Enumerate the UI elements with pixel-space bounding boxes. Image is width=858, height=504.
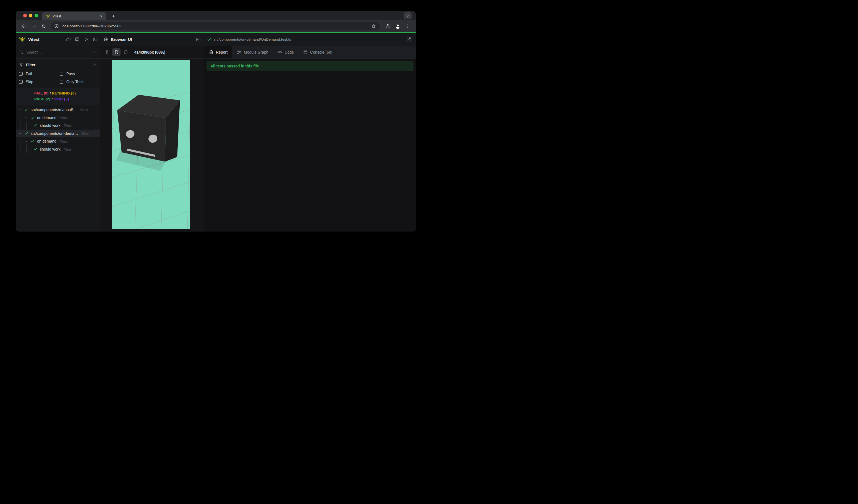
close-window-button[interactable] <box>23 14 27 17</box>
tab-console[interactable]: Console (69) <box>299 46 337 58</box>
tree-guide-line <box>20 121 20 130</box>
module-graph-icon <box>237 50 241 54</box>
filter-checkbox-pass[interactable]: Pass <box>60 71 96 77</box>
back-button[interactable] <box>20 22 28 30</box>
preset-phone-small-button[interactable] <box>103 48 111 56</box>
clipboard-icon <box>209 50 213 54</box>
chevron-down-icon[interactable] <box>25 116 28 119</box>
test-tree-row-selected[interactable]: src/components/on-dema…43ms <box>16 130 100 137</box>
console-icon <box>303 50 308 54</box>
new-tab-button[interactable]: + <box>110 13 117 20</box>
checkbox[interactable] <box>60 72 63 76</box>
code-icon: </> <box>278 50 282 54</box>
forward-button[interactable] <box>30 22 38 30</box>
report-panel: src/components/on-demand/OnDemand.test.t… <box>204 33 416 231</box>
sidebar: Vitest Filter <box>16 33 100 231</box>
reload-button[interactable] <box>39 22 48 30</box>
browser-ui-header: Browser UI <box>100 33 204 46</box>
tested-app-viewport[interactable] <box>112 60 190 229</box>
check-icon <box>31 139 34 143</box>
check-icon <box>33 124 37 127</box>
clear-filter-icon[interactable] <box>92 63 96 67</box>
browser-ui-panel: Browser UI 414x896px (68%) <box>100 33 204 231</box>
run-all-play-icon[interactable] <box>84 37 89 42</box>
open-in-editor-icon[interactable] <box>406 37 411 42</box>
browser-ui-title: Browser UI <box>111 37 196 42</box>
viewport-area <box>100 59 204 231</box>
tab-module-graph[interactable]: Module Graph <box>232 46 273 58</box>
fail-count: FAIL (0) <box>34 91 49 95</box>
filter-funnel-icon <box>19 63 23 67</box>
checkbox[interactable] <box>19 80 23 84</box>
tab-close-icon[interactable]: ✕ <box>99 14 104 18</box>
bookmark-star-icon[interactable] <box>370 23 377 30</box>
pass-count: PASS (2) <box>34 97 50 101</box>
chevron-down-icon[interactable] <box>25 140 28 143</box>
dashboard-report-icon[interactable] <box>75 37 80 42</box>
browser-tab-vitest[interactable]: Vitest ✕ <box>42 12 107 20</box>
profile-avatar[interactable] <box>394 22 402 30</box>
phone-icon <box>105 50 109 55</box>
desktop-background: Vitest ✕ + localhost:5173/# <box>0 0 429 252</box>
traffic-lights <box>23 14 38 17</box>
filter-section: Filter Fail Pass Skip Only Tests <box>16 59 100 88</box>
preset-tablet-button[interactable] <box>122 48 130 56</box>
address-bar[interactable]: localhost:5173/#/?file=1828625563 <box>51 22 380 30</box>
test-tree-row[interactable]: should work55ms <box>16 121 100 130</box>
menu-kebab-icon[interactable] <box>403 22 412 30</box>
skip-count: SKIP (--) <box>54 97 69 101</box>
test-summary: FAIL (0)/RUNNING (0) PASS (2)/SKIP (--) <box>16 88 100 104</box>
tab-code[interactable]: </> Code <box>273 46 299 58</box>
tree-guide-line <box>20 145 20 153</box>
test-tree-row[interactable]: on demand56ms <box>16 114 100 122</box>
tab-report[interactable]: Report <box>204 46 232 58</box>
filter-checkbox-fail[interactable]: Fail <box>19 71 60 77</box>
test-file-path: src/components/on-demand/OnDemand.test.t… <box>214 37 406 42</box>
collapse-panels-icon[interactable] <box>66 37 71 42</box>
site-info-icon[interactable] <box>53 23 60 29</box>
search-input[interactable] <box>26 50 92 54</box>
zoom-window-button[interactable] <box>34 14 38 17</box>
tab-title: Vitest <box>52 14 96 18</box>
preset-phone-plus-button[interactable] <box>112 48 121 56</box>
tab-search-button[interactable] <box>404 12 412 19</box>
checkbox[interactable] <box>19 72 23 76</box>
test-tree: src/components/manual/…56ms on demand56m… <box>16 104 100 231</box>
test-tree-row[interactable]: should work43ms <box>16 145 100 153</box>
tree-guide-line <box>26 121 27 130</box>
globe-icon <box>104 37 108 42</box>
check-icon <box>207 37 211 42</box>
vitest-logo-icon <box>19 36 26 43</box>
filter-title: Filter <box>26 63 92 67</box>
check-icon <box>24 131 28 135</box>
running-count: RUNNING (0) <box>52 91 76 95</box>
chevron-down-icon[interactable] <box>18 131 22 135</box>
test-tree-row[interactable]: src/components/manual/…56ms <box>16 106 100 114</box>
filter-checkbox-skip[interactable]: Skip <box>19 79 60 85</box>
search-row <box>16 46 100 59</box>
check-icon <box>31 116 34 120</box>
app-title: Vitest <box>28 37 66 42</box>
check-icon <box>24 108 28 112</box>
all-tests-passed-banner: All tests passed in this file <box>206 61 414 71</box>
minimize-window-button[interactable] <box>29 14 33 17</box>
url-text[interactable]: localhost:5173/#/?file=1828625563 <box>62 24 370 28</box>
dark-mode-moon-icon[interactable] <box>93 37 97 42</box>
chevron-down-icon[interactable] <box>18 108 22 112</box>
back-arrow-icon <box>21 23 27 29</box>
clear-filter-icon[interactable] <box>92 50 96 55</box>
browser-window: Vitest ✕ + localhost:5173/# <box>16 11 416 231</box>
tree-guide-line <box>20 137 20 145</box>
vitest-ui: Vitest Filter <box>16 33 416 231</box>
tab-strip: Vitest ✕ + <box>16 11 416 20</box>
check-icon <box>33 147 37 151</box>
filter-checkbox-only-tests[interactable]: Only Tests <box>60 79 96 85</box>
test-tree-row[interactable]: on demand43ms <box>16 137 100 145</box>
dock-panel-right-icon[interactable] <box>196 37 201 42</box>
reload-icon <box>41 24 46 29</box>
viewport-size-label[interactable]: 414x896px (68%) <box>134 50 165 54</box>
file-header: src/components/on-demand/OnDemand.test.t… <box>204 33 416 46</box>
tree-guide-line <box>20 114 20 122</box>
checkbox[interactable] <box>60 80 63 84</box>
experiments-flask-icon[interactable] <box>384 22 392 30</box>
